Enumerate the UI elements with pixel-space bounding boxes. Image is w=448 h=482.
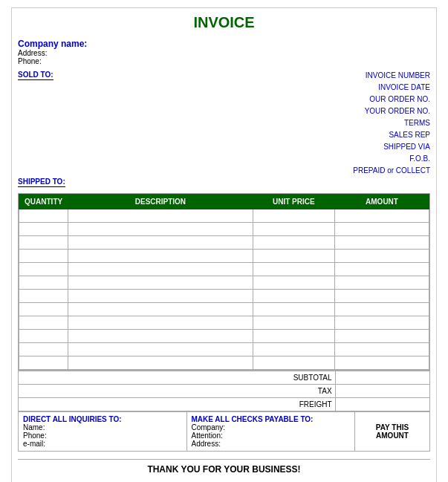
inquiries-title: DIRECT ALL INQUIRIES TO: bbox=[23, 415, 182, 423]
freight-row: FREIGHT bbox=[19, 398, 430, 411]
info-block: INVOICE NUMBER INVOICE DATE OUR ORDER NO… bbox=[353, 70, 430, 177]
company-name: Company name: bbox=[18, 39, 430, 49]
invoice-table-wrapper: QUANTITY DESCRIPTION UNIT PRICE AMOUNT bbox=[18, 193, 430, 371]
invoice-date-label: INVOICE DATE bbox=[353, 82, 430, 94]
totals-section: SUBTOTAL TAX FREIGHT bbox=[18, 371, 430, 411]
table-row bbox=[19, 276, 429, 290]
table-row bbox=[19, 303, 429, 316]
table-row bbox=[19, 223, 429, 236]
inquiries-phone: Phone: bbox=[23, 431, 182, 440]
table-row bbox=[19, 263, 429, 276]
subtotal-value bbox=[335, 371, 429, 385]
checks-company: Company: bbox=[192, 423, 351, 431]
prepaid-label: PREPAID or COLLECT bbox=[353, 165, 430, 177]
freight-value bbox=[335, 398, 429, 411]
tax-value bbox=[335, 385, 429, 398]
tax-label: TAX bbox=[19, 385, 336, 398]
shipped-to-label: SHIPPED TO: bbox=[18, 178, 65, 187]
subtotal-row: SUBTOTAL bbox=[19, 371, 430, 385]
tax-row: TAX bbox=[19, 385, 430, 398]
header-unit-price: UNIT PRICE bbox=[253, 195, 334, 209]
shipped-to-block: SHIPPED TO: bbox=[18, 177, 430, 187]
footer-message: THANK YOU FOR YOUR BUSINESS! bbox=[18, 459, 430, 479]
subtotal-label: SUBTOTAL bbox=[19, 371, 336, 385]
table-row bbox=[19, 250, 429, 263]
address-label: Address: bbox=[18, 49, 430, 57]
freight-label: FREIGHT bbox=[19, 398, 336, 411]
checks-title: MAKE ALL CHECKS PAYABLE TO: bbox=[192, 415, 351, 423]
table-row bbox=[19, 290, 429, 303]
pay-this-block: PAY THIS AMOUNT bbox=[355, 412, 429, 451]
inquiries-email: e-mail: bbox=[23, 440, 182, 448]
table-header-row: QUANTITY DESCRIPTION UNIT PRICE AMOUNT bbox=[19, 195, 429, 209]
inquiries-block: DIRECT ALL INQUIRIES TO: Name: Phone: e-… bbox=[19, 412, 187, 451]
table-row bbox=[19, 316, 429, 330]
checks-attention: Attention: bbox=[192, 431, 351, 440]
invoice-container: INVOICE Company name: Address: Phone: SO… bbox=[11, 7, 437, 482]
table-row bbox=[19, 209, 429, 223]
checks-block: MAKE ALL CHECKS PAYABLE TO: Company: Att… bbox=[187, 412, 356, 451]
bottom-section: DIRECT ALL INQUIRIES TO: Name: Phone: e-… bbox=[18, 411, 430, 452]
header-description: DESCRIPTION bbox=[68, 195, 253, 209]
sold-to-label: SOLD TO: bbox=[18, 71, 53, 80]
table-row bbox=[19, 330, 429, 343]
terms-label: TERMS bbox=[353, 117, 430, 129]
table-row bbox=[19, 236, 429, 250]
sold-to-block: SOLD TO: bbox=[18, 70, 353, 104]
top-section: Company name: Address: Phone: bbox=[18, 39, 430, 65]
table-row bbox=[19, 356, 429, 370]
sales-rep-label: SALES REP bbox=[353, 129, 430, 141]
your-order-no-label: YOUR ORDER NO. bbox=[353, 105, 430, 117]
header-quantity: QUANTITY bbox=[19, 195, 68, 209]
phone-label: Phone: bbox=[18, 57, 430, 65]
page-title: INVOICE bbox=[18, 14, 430, 31]
checks-address: Address: bbox=[192, 440, 351, 448]
invoice-table: QUANTITY DESCRIPTION UNIT PRICE AMOUNT bbox=[19, 194, 429, 370]
fob-label: F.O.B. bbox=[353, 153, 430, 165]
inquiries-name: Name: bbox=[23, 423, 182, 431]
table-body bbox=[19, 209, 429, 370]
shipped-via-label: SHIPPED VIA bbox=[353, 141, 430, 153]
our-order-no-label: OUR ORDER NO. bbox=[353, 94, 430, 105]
invoice-number-label: INVOICE NUMBER bbox=[353, 70, 430, 82]
table-row bbox=[19, 343, 429, 356]
pay-this-line1: PAY THIS bbox=[376, 423, 409, 431]
header-amount: AMOUNT bbox=[335, 195, 429, 209]
company-block: Company name: Address: Phone: bbox=[18, 39, 430, 65]
pay-this-line2: AMOUNT bbox=[376, 431, 409, 440]
